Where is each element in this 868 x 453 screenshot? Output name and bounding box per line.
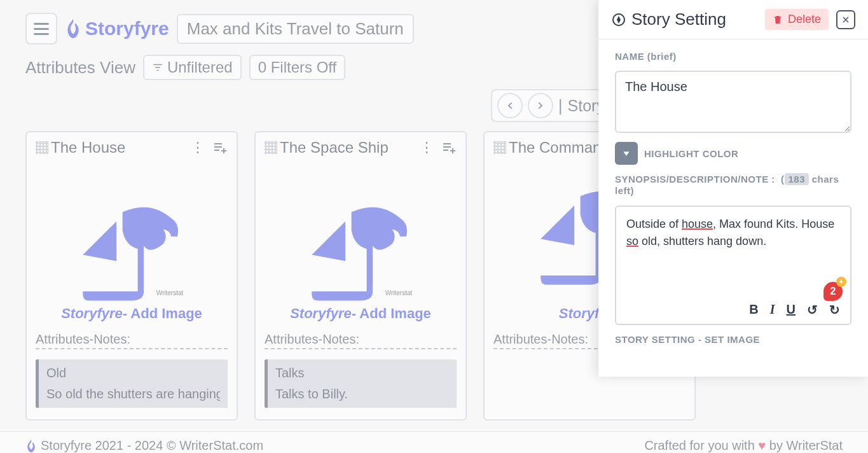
card-title: The House (51, 139, 191, 157)
redo-button[interactable]: ↻ (829, 302, 840, 317)
triangle-down-icon (622, 149, 631, 158)
flame-icon (65, 19, 81, 38)
flame-icon (25, 440, 37, 452)
setting-card[interactable]: The Space Ship ⋮ Writerstat Storyfyre- A… (254, 131, 467, 421)
close-button[interactable] (836, 10, 855, 29)
card-image-placeholder[interactable]: Writerstat Storyfyre- Add Image (36, 157, 228, 322)
add-image-text: - Add Image (352, 305, 431, 321)
chevron-right-icon (535, 101, 546, 111)
plus-icon: + (836, 277, 846, 287)
next-button[interactable] (528, 93, 553, 118)
italic-button[interactable]: I (770, 302, 775, 317)
suggestion-badge[interactable]: 2 + (823, 282, 844, 302)
prev-button[interactable] (497, 93, 523, 118)
add-image-brand: Storyfyre (61, 305, 123, 321)
divider: | (558, 97, 563, 115)
compass-icon (611, 12, 626, 27)
bold-button[interactable]: B (749, 302, 758, 317)
set-image-label: STORY SETTING - SET IMAGE (615, 334, 851, 345)
story-setting-panel: Story Setting Delete NAME (brief) HIGHLI… (598, 0, 868, 377)
add-list-icon[interactable] (441, 140, 457, 155)
undo-button[interactable]: ↺ (807, 302, 818, 317)
synopsis-label: SYNOPSIS/DESCRIPTION/NOTE : (615, 174, 775, 185)
drag-handle-icon[interactable] (265, 141, 277, 154)
attr-title: Old (46, 366, 220, 380)
drag-handle-icon[interactable] (36, 141, 48, 154)
attributes-notes-label: Attributes-Notes: (36, 332, 228, 349)
more-icon[interactable]: ⋮ (191, 139, 205, 156)
panel-header: Story Setting Delete (598, 0, 868, 39)
attr-title: Talks (275, 366, 449, 380)
attribute-note[interactable]: Talks Talks to Billy. (265, 359, 457, 408)
trash-icon (773, 15, 783, 25)
footer: Storyfyre 2021 - 2024 © WriterStat.com C… (0, 431, 868, 453)
footer-left: Storyfyre 2021 - 2024 © WriterStat.com (41, 438, 263, 453)
attributes-notes-label: Attributes-Notes: (265, 332, 457, 349)
chevron-left-icon (505, 101, 515, 111)
filters-off-pill[interactable]: 0 Filters Off (249, 55, 346, 80)
chars-value: 183 (785, 173, 809, 185)
add-image-text: - Add Image (123, 305, 202, 321)
synopsis-text[interactable]: Outside of house, Max found Kits. House … (626, 216, 840, 292)
attribute-note[interactable]: Old So old the shutters are hanging si (36, 359, 228, 408)
highlight-color-button[interactable] (615, 142, 638, 165)
underline-button[interactable]: U (787, 302, 796, 317)
story-title-text: Max and Kits Travel to Saturn (187, 19, 404, 38)
filters-off-text: 0 Filters Off (258, 59, 337, 76)
name-input[interactable] (615, 71, 851, 133)
delete-button[interactable]: Delete (765, 9, 829, 30)
footer-right-post: by WriterStat (769, 438, 843, 452)
add-list-icon[interactable] (212, 140, 228, 155)
highlight-label: HIGHLIGHT COLOR (644, 148, 738, 159)
setting-card[interactable]: The House ⋮ Writerstat Storyfyre- Add Im… (25, 131, 238, 421)
attr-desc: So old the shutters are hanging si (46, 387, 220, 401)
attributes-view-label: Attributes View (25, 58, 135, 78)
card-title: The Space Ship (280, 139, 420, 157)
badge-number: 2 (830, 286, 836, 297)
attr-desc: Talks to Billy. (275, 387, 449, 401)
writerstat-label: Writerstat (385, 289, 413, 296)
heart-icon: ♥ (758, 438, 766, 452)
menu-button[interactable] (25, 13, 57, 45)
unfiltered-text: Unfiltered (167, 59, 233, 76)
panel-body: NAME (brief) HIGHLIGHT COLOR SYNOPSIS/DE… (598, 39, 868, 356)
format-toolbar: B I U ↺ ↻ (626, 302, 840, 317)
brand-text: Storyfyre (85, 18, 169, 39)
name-label: NAME (brief) (615, 51, 851, 62)
unfiltered-pill[interactable]: Unfiltered (143, 55, 242, 80)
drag-handle-icon[interactable] (493, 141, 506, 154)
delete-label: Delete (788, 13, 821, 26)
writerstat-label: Writerstat (156, 289, 184, 296)
panel-title-text: Story Setting (631, 10, 726, 29)
close-icon (842, 16, 850, 24)
more-icon[interactable]: ⋮ (420, 139, 434, 156)
add-image-brand: Storyfyre (290, 305, 352, 321)
footer-right-pre: Crafted for you with (644, 438, 758, 452)
filter-icon (152, 62, 163, 73)
synopsis-editor[interactable]: Outside of house, Max found Kits. House … (615, 206, 851, 325)
brand[interactable]: Storyfyre (65, 18, 169, 39)
card-image-placeholder[interactable]: Writerstat Storyfyre- Add Image (265, 157, 457, 322)
story-title[interactable]: Max and Kits Travel to Saturn (177, 14, 414, 44)
